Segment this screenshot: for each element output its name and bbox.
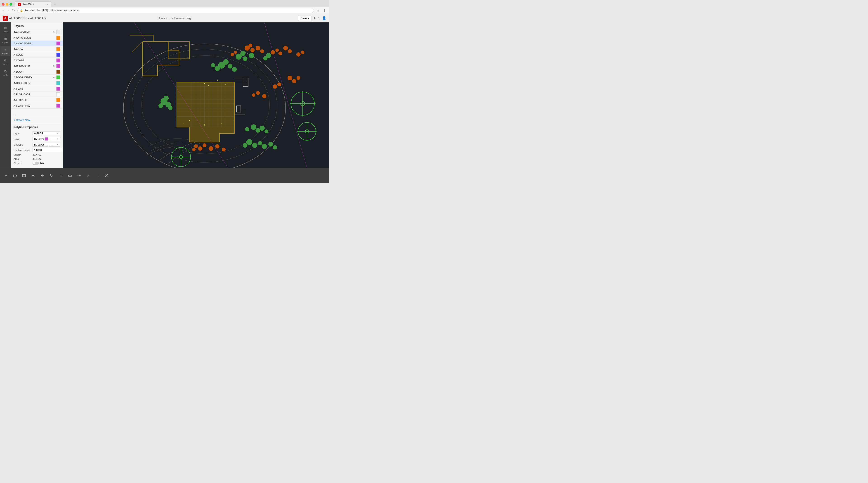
sidebar-item-model[interactable]: ⊞ Model (0, 24, 10, 34)
linetype-prop-select[interactable]: By Layer - - - - ▾ (33, 143, 60, 147)
save-button[interactable]: Save ▾ (298, 16, 311, 21)
canvas-area[interactable] (63, 22, 329, 168)
svg-point-79 (209, 146, 213, 151)
tab-close-button[interactable]: ✕ (46, 3, 48, 6)
linetype-scale-input[interactable] (33, 148, 63, 152)
left-panel: Layers A-ANNO-DIMS👁A-ANNO-LEGNA-ANNO-NOT… (11, 22, 63, 168)
layer-color-swatch[interactable] (56, 98, 60, 102)
sidebar-label-xrefs: Xrefs (3, 74, 8, 76)
layer-color-swatch[interactable] (56, 87, 60, 91)
layer-item[interactable]: A-FLOR-HRAL (11, 103, 63, 109)
layer-color-swatch[interactable] (56, 81, 60, 85)
sidebar-label-model: Model (2, 31, 8, 33)
layer-item[interactable]: A-CLNG-GRID👁 (11, 63, 63, 69)
svg-point-98 (273, 145, 277, 150)
forward-button[interactable]: › (6, 8, 10, 13)
create-new-layer-button[interactable]: + Create New (11, 117, 63, 123)
circle-tool[interactable] (11, 172, 19, 179)
layer-color-swatch[interactable] (56, 70, 60, 74)
layer-color-swatch[interactable] (56, 36, 60, 40)
more-button[interactable]: ··· (11, 113, 63, 117)
closed-property-row: Closed No (11, 161, 63, 166)
layer-color-swatch[interactable] (56, 53, 60, 57)
svg-point-71 (277, 82, 281, 86)
layer-color-swatch[interactable] (56, 58, 60, 62)
triangle-tool[interactable]: △ (84, 172, 92, 179)
svg-point-85 (163, 96, 168, 101)
lasso-tool[interactable] (57, 172, 65, 179)
reload-button[interactable]: ↻ (11, 8, 16, 13)
layer-color-swatch[interactable] (56, 104, 60, 108)
user-button[interactable]: 👤 (322, 16, 327, 20)
layer-color-swatch[interactable] (56, 92, 60, 96)
move-tool[interactable]: ✛ (38, 172, 46, 179)
layer-name: A-COMM (13, 59, 55, 62)
layer-item[interactable]: A-DOOR-DEMO👁 (11, 75, 63, 80)
tab-bar: A AutoCAD ✕ + (0, 0, 329, 7)
bookmark-button[interactable]: ☆ (315, 8, 320, 13)
svg-point-80 (215, 144, 219, 148)
layer-name: A-FLOR (13, 87, 55, 90)
sidebar-item-props[interactable]: ⚙ Prop. (0, 57, 10, 67)
layer-item[interactable]: A-DOOR-IDEN (11, 80, 63, 86)
layer-color-swatch[interactable] (56, 41, 60, 46)
drawing-canvas[interactable] (63, 22, 329, 168)
layer-item[interactable]: A-FLOR (11, 86, 63, 92)
menu-button[interactable]: ⋮ (322, 8, 327, 13)
layer-visibility-icon[interactable]: 👁 (52, 31, 55, 34)
help-button[interactable]: ? (318, 16, 320, 20)
layer-name: A-FLOR-CASE (13, 93, 55, 96)
address-bar[interactable]: 🔒 Autodesk, Inc. [US] | https://web.auto… (18, 8, 314, 13)
layer-color-swatch[interactable] (56, 64, 60, 68)
trim-tool[interactable] (102, 172, 110, 179)
sidebar-item-layout[interactable]: ▦ Layout (0, 35, 10, 45)
active-tab[interactable]: A AutoCAD ✕ (15, 1, 51, 7)
layer-name: A-FLOR-FIXT (13, 99, 55, 102)
layer-prop-select[interactable]: A-FLOR ▾ (33, 131, 60, 135)
color-prop-select[interactable]: By Layer ▾ (33, 137, 60, 141)
rotate-tool[interactable]: ↻ (47, 172, 55, 179)
offset-tool[interactable] (75, 172, 83, 179)
layer-item[interactable]: A-ANNO-DIMS👁 (11, 29, 63, 35)
svg-point-67 (287, 76, 292, 80)
layer-item[interactable]: A-COLS (11, 52, 63, 58)
layer-item[interactable]: A-ANNO-LEGN (11, 35, 63, 41)
new-tab-button[interactable]: + (52, 2, 58, 7)
measure-tool[interactable] (66, 172, 74, 179)
layer-visibility-icon[interactable]: 👁 (52, 64, 55, 68)
svg-rect-115 (22, 174, 26, 177)
cad-drawing-svg (63, 22, 329, 168)
layer-item[interactable]: A-COMM (11, 58, 63, 63)
undo-tool[interactable]: ↩ (2, 172, 10, 179)
sidebar-item-xrefs[interactable]: ⧉ Xrefs (0, 68, 10, 78)
layer-item[interactable]: A-ANNO-NOTE (11, 41, 63, 47)
svg-point-96 (262, 144, 267, 149)
minimize-button[interactable] (6, 3, 8, 6)
layer-visibility-icon[interactable]: 👁 (52, 76, 55, 79)
layer-item[interactable]: A-FLOR-CASE (11, 92, 63, 97)
arrow-tool[interactable]: → (93, 172, 101, 179)
layer-color-swatch[interactable] (56, 47, 60, 51)
arc-tool[interactable] (29, 172, 37, 179)
layer-item[interactable]: A-FLOR-FIXT (11, 97, 63, 103)
layers-list: A-ANNO-DIMS👁A-ANNO-LEGNA-ANNO-NOTEA-AREA… (11, 29, 63, 113)
layer-item[interactable]: A-DOOR (11, 69, 63, 75)
breadcrumb: Home > … > Elevation.dwg (158, 17, 191, 20)
tab-title: AutoCAD (22, 3, 34, 6)
back-button[interactable]: ‹ (2, 8, 5, 13)
svg-point-81 (222, 148, 225, 151)
svg-point-90 (245, 127, 249, 132)
rectangle-tool[interactable] (20, 172, 28, 179)
layer-item[interactable]: A-AREA (11, 47, 63, 52)
close-button[interactable] (2, 3, 4, 6)
svg-point-54 (232, 67, 237, 72)
sidebar-item-layers[interactable]: ≡ Layers (0, 46, 10, 56)
layer-color-swatch[interactable] (56, 75, 60, 80)
svg-point-42 (301, 51, 305, 54)
closed-toggle[interactable]: No (33, 162, 43, 165)
layer-select-arrow: ▾ (57, 132, 58, 135)
layer-color-swatch[interactable] (56, 30, 60, 34)
toggle-track[interactable] (33, 162, 39, 165)
maximize-button[interactable] (9, 3, 12, 6)
download-button[interactable]: ⬇ (313, 16, 316, 20)
